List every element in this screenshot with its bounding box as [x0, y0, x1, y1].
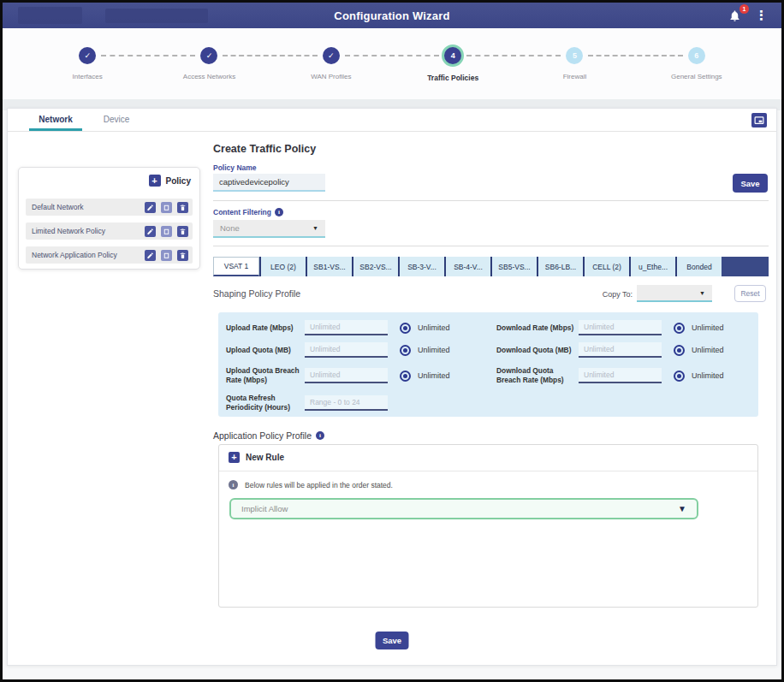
step-number: 6 — [694, 51, 698, 60]
quota-refresh-input[interactable] — [305, 395, 388, 411]
wan-tab-sb4[interactable]: SB-4-V... — [444, 257, 490, 276]
delete-icon[interactable] — [177, 226, 188, 237]
tabs-divider — [8, 131, 776, 132]
policy-name-input[interactable] — [213, 174, 325, 192]
chevron-down-icon: ▼ — [678, 504, 686, 513]
info-icon: i — [316, 431, 324, 440]
stepper-step-interfaces[interactable]: ✓ Interfaces — [27, 47, 148, 82]
download-quota-input[interactable] — [579, 342, 662, 358]
rules-info: i Below rules will be applied in the ord… — [229, 480, 393, 489]
policy-name-label: Policy Name — [213, 163, 257, 172]
upload-rate-input[interactable] — [305, 320, 388, 335]
check-icon: ✓ — [206, 51, 213, 60]
copy-icon[interactable] — [161, 226, 172, 237]
wan-tab-sb5[interactable]: SB5-VS... — [490, 257, 537, 276]
edit-icon[interactable] — [145, 202, 156, 213]
wan-tab-sb3[interactable]: SB-3-V... — [398, 257, 444, 276]
notifications-button[interactable]: 1 — [728, 6, 745, 25]
unlimited-radio[interactable] — [400, 323, 411, 334]
stepper-step-wan-profiles[interactable]: ✓ WAN Profiles — [270, 47, 392, 82]
wan-tabs-filler — [722, 257, 769, 276]
wan-tab-ethernet[interactable]: u_Ethe... — [629, 257, 675, 276]
unlimited-radio[interactable] — [400, 371, 411, 382]
stepper-step-general-settings[interactable]: 6 General Settings — [636, 47, 757, 82]
application-rules-panel: + New Rule i Below rules will be applied… — [218, 444, 758, 608]
wan-tab-leo[interactable]: LEO (2) — [259, 257, 306, 276]
reset-button[interactable]: Reset — [734, 285, 766, 302]
info-icon: i — [275, 208, 283, 216]
stepper-step-firewall[interactable]: 5 Firewall — [514, 47, 635, 82]
step-done-circle: ✓ — [79, 47, 96, 64]
download-quota-row: Download Quota (MB) Unlimited — [496, 339, 753, 361]
download-breach-rate-input[interactable] — [579, 368, 662, 383]
save-bottom-button[interactable]: Save — [376, 632, 409, 649]
menu-kebab-icon[interactable]: ⋮ — [755, 5, 768, 26]
divider — [213, 246, 769, 246]
quota-refresh-row: Quota Refresh Periodicity (Hours) — [226, 390, 491, 416]
delete-icon[interactable] — [177, 202, 188, 213]
step-number: 4 — [451, 51, 455, 60]
wan-tab-sb1[interactable]: SB1-VS... — [306, 257, 352, 276]
info-icon: i — [229, 480, 238, 489]
edit-icon[interactable] — [145, 226, 156, 237]
unlimited-radio[interactable] — [674, 323, 685, 334]
download-rate-row: Download Rate (Mbps) Unlimited — [496, 317, 753, 339]
plus-icon: + — [149, 175, 161, 187]
wizard-stepper: ✓ Interfaces ✓ Access Networks ✓ WAN Pro… — [3, 28, 781, 99]
stepper-step-access-networks[interactable]: ✓ Access Networks — [148, 47, 270, 82]
copy-to-dropdown[interactable]: ▼ — [637, 285, 712, 302]
unlimited-radio[interactable] — [674, 345, 685, 356]
new-rule-button[interactable]: + New Rule — [229, 452, 284, 463]
rule-dropdown[interactable]: Implicit Allow ▼ — [229, 498, 698, 519]
step-number: 5 — [573, 51, 577, 60]
plus-icon: + — [229, 452, 240, 463]
window-button[interactable] — [751, 113, 767, 128]
chevron-down-icon: ▼ — [699, 290, 705, 296]
content-card: Network Device + Policy Default Network — [7, 108, 777, 666]
upload-breach-rate-input[interactable] — [305, 368, 388, 383]
wan-tab-cell[interactable]: CELL (2) — [583, 257, 629, 276]
tab-device[interactable]: Device — [95, 109, 138, 129]
delete-icon[interactable] — [177, 250, 188, 261]
copy-icon[interactable] — [161, 202, 172, 213]
unlimited-radio[interactable] — [400, 345, 411, 356]
stepper-step-traffic-policies[interactable]: 4 Traffic Policies — [392, 47, 514, 82]
unlimited-radio[interactable] — [674, 371, 685, 382]
add-policy-button[interactable]: + Policy — [149, 175, 191, 187]
content-filtering-dropdown[interactable]: None ▼ — [213, 220, 325, 238]
window-icon — [754, 116, 764, 126]
policy-list-panel: + Policy Default Network Limited Network… — [18, 167, 200, 270]
upload-quota-row: Upload Quota (MB) Unlimited — [226, 339, 491, 361]
upload-breach-row: Upload Quota Breach Rate (Mbps) Unlimite… — [226, 361, 491, 390]
titlebar: Configuration Wizard 1 ⋮ — [3, 3, 781, 28]
copy-icon[interactable] — [161, 250, 172, 261]
wan-tab-bonded[interactable]: Bonded — [675, 257, 722, 276]
wan-tab-sb6[interactable]: SB6-LB... — [537, 257, 583, 276]
content-filtering-label: Content Filtering i — [213, 208, 283, 216]
policy-row-limited-network-policy[interactable]: Limited Network Policy — [26, 222, 193, 240]
divider — [213, 200, 769, 201]
create-traffic-policy-title: Create Traffic Policy — [213, 143, 316, 155]
policy-row-default-network[interactable]: Default Network — [26, 199, 193, 216]
policy-row-network-application-policy[interactable]: Network Application Policy — [26, 246, 193, 264]
step-done-circle: ✓ — [323, 47, 340, 64]
edit-icon[interactable] — [145, 250, 156, 261]
upload-quota-input[interactable] — [305, 342, 388, 358]
notification-badge: 1 — [739, 4, 749, 14]
tab-network[interactable]: Network — [29, 109, 82, 129]
check-icon: ✓ — [328, 51, 335, 60]
wan-tab-vsat1[interactable]: VSAT 1 — [213, 257, 259, 276]
app-window: Configuration Wizard 1 ⋮ ✓ Interfaces ✓ … — [0, 0, 784, 682]
step-todo-circle: 6 — [688, 47, 705, 64]
step-active-circle: 4 — [442, 44, 464, 67]
wan-profile-tabs: VSAT 1 LEO (2) SB1-VS... SB2-VS... SB-3-… — [213, 257, 769, 276]
shaping-policy-panel: Upload Rate (Mbps) Unlimited Upload Quot… — [218, 312, 758, 417]
step-todo-circle: 5 — [566, 47, 583, 64]
copy-to-label: Copy To: — [603, 290, 633, 299]
download-breach-row: Download Quota Breach Rate (Mbps) Unlimi… — [496, 361, 753, 390]
download-rate-input[interactable] — [579, 320, 662, 335]
application-policy-profile-title: Application Policy Profile i — [213, 430, 324, 441]
wan-tab-sb2[interactable]: SB2-VS... — [352, 257, 398, 276]
save-button[interactable]: Save — [733, 174, 768, 193]
check-icon: ✓ — [84, 51, 91, 60]
